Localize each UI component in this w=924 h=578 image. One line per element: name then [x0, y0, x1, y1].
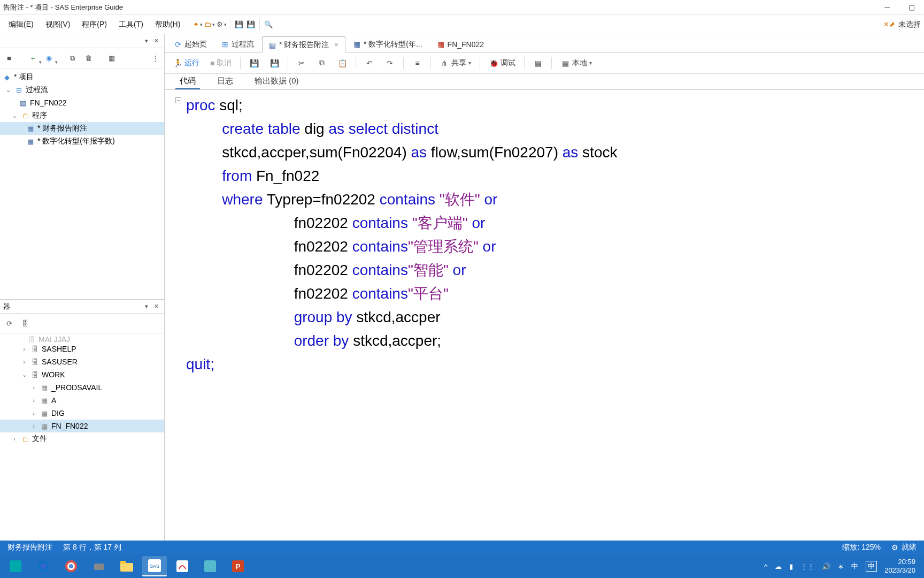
properties-icon[interactable]: ▦	[106, 52, 118, 64]
format-button[interactable]: ≡	[409, 56, 425, 70]
cut-button[interactable]: ✂	[294, 56, 310, 70]
save-icon[interactable]: 💾	[234, 19, 244, 30]
taskbar-acrobat[interactable]	[170, 556, 195, 576]
taskbar-powerpoint[interactable]: P	[226, 556, 250, 576]
expand-icon[interactable]: ›	[11, 436, 18, 442]
tab-fn-fn022[interactable]: ▦ FN_FN022	[430, 36, 491, 52]
tab-digital-transform[interactable]: ▦ * 数字化转型(年...	[346, 36, 429, 52]
add-icon[interactable]: ＋	[27, 52, 38, 64]
tree-fn-fn022[interactable]: ▦ FN_FN022	[0, 96, 164, 109]
copy-button[interactable]: ⧉	[314, 56, 330, 70]
expand-icon[interactable]: ›	[30, 397, 37, 404]
taskbar-edge[interactable]	[31, 556, 56, 576]
debug-button[interactable]: 🐞 调试	[486, 56, 519, 70]
tree-fn-fn022-table[interactable]: › ▦ FN_FN022	[0, 420, 164, 432]
run-button[interactable]: 🏃 运行	[170, 56, 203, 70]
taskbar-app-3[interactable]	[198, 556, 222, 576]
settings-icon[interactable]: ⚙	[216, 19, 227, 30]
fold-icon[interactable]: −	[175, 97, 181, 103]
save-button[interactable]: 💾	[246, 56, 262, 70]
tree-cut-item[interactable]: 🗄 MAI JJAJ	[0, 336, 164, 343]
flow-icon[interactable]: ◉	[43, 52, 55, 64]
share-button[interactable]: ⋔ 共享 ▾	[436, 56, 474, 70]
pane-close-icon[interactable]: ✕	[151, 37, 161, 44]
tree-project-root[interactable]: ◆ * 项目	[0, 71, 164, 83]
refresh-icon[interactable]: ⟳	[3, 318, 15, 330]
save-all-icon[interactable]: 💾	[245, 19, 256, 30]
run-icon: 🏃	[173, 59, 182, 67]
tree-sashelp[interactable]: › 🗄 SASHELP	[0, 343, 164, 355]
pane-close-icon[interactable]: ✕	[151, 303, 161, 310]
onedrive-icon[interactable]: ☁	[775, 562, 782, 571]
editor-toolbar: 🏃 运行 ■ 取消 💾 💾 ✂ ⧉ 📋 ↶ ↷ ≡ ⋔ 共享 ▾	[165, 52, 924, 74]
menu-help[interactable]: 帮助(H)	[150, 18, 186, 32]
tab-flow[interactable]: ⊞ 过程流	[215, 36, 261, 52]
flow-icon: ⊞	[222, 40, 228, 49]
expand-icon[interactable]: ›	[30, 423, 37, 429]
tab-start[interactable]: ⟳ 起始页	[168, 36, 214, 52]
subtab-log[interactable]: 日志	[213, 74, 237, 89]
menu-tools[interactable]: 工具(T)	[113, 18, 149, 32]
subtab-code[interactable]: 代码	[175, 74, 200, 89]
close-tab-icon[interactable]: ×	[334, 41, 338, 49]
cut-icon: ✂	[297, 58, 306, 68]
tree-process-flow[interactable]: ⌄ ⊞ 过程流	[0, 83, 164, 96]
maximize-button[interactable]: ▢	[907, 3, 917, 12]
tree-programs-folder[interactable]: ⌄ 🗀 程序	[0, 109, 164, 122]
taskbar-chrome[interactable]	[59, 556, 83, 576]
expand-icon[interactable]: ›	[30, 410, 37, 416]
expand-icon[interactable]: ›	[20, 346, 28, 352]
save-as-button[interactable]: 💾	[266, 56, 282, 70]
copy-icon[interactable]: ⧉	[66, 52, 78, 64]
tree-files[interactable]: › 🗀 文件	[0, 432, 164, 445]
collapse-icon[interactable]: ⌄	[4, 87, 12, 94]
status-filename: 财务报告附注	[7, 543, 52, 552]
taskbar-explorer[interactable]	[114, 556, 139, 576]
tree-a[interactable]: › ▦ A	[0, 394, 164, 407]
ime-icon-2[interactable]: 中	[866, 561, 877, 572]
list-button[interactable]: ▤	[530, 56, 546, 70]
tree-dig[interactable]: › ▦ DIG	[0, 407, 164, 420]
new-file-icon[interactable]: ✦	[192, 19, 203, 30]
expand-icon[interactable]: ›	[30, 384, 37, 391]
subtab-output[interactable]: 输出数据 (0)	[250, 74, 303, 89]
library-icon[interactable]: 🗄	[19, 318, 31, 330]
undo-button[interactable]: ↶	[361, 56, 378, 70]
tree-program-2[interactable]: ▦ * 数字化转型(年报字数)	[0, 135, 164, 148]
pane-menu-icon[interactable]: ▾	[142, 37, 151, 44]
taskbar-sas[interactable]: SAS	[142, 556, 167, 576]
expand-icon[interactable]: ›	[20, 359, 28, 365]
status-zoom[interactable]: 缩放: 125%	[842, 543, 881, 552]
volume-icon[interactable]: 🔊	[822, 562, 830, 571]
tray-expand-icon[interactable]: ^	[764, 562, 767, 571]
collapse-icon[interactable]: ⌄	[11, 112, 18, 119]
search-icon[interactable]: 🔍	[263, 19, 274, 30]
tree-sasuser[interactable]: › 🗄 SASUSER	[0, 355, 164, 368]
taskbar-clock[interactable]: 20:59 2023/3/20	[884, 558, 915, 574]
bluetooth-icon[interactable]: ∗	[838, 562, 844, 571]
stop-icon[interactable]: ■	[3, 52, 15, 64]
paste-button[interactable]: 📋	[334, 56, 350, 70]
open-folder-icon[interactable]: 🗀	[204, 19, 215, 30]
tree-prodsavail[interactable]: › ▦ _PRODSAVAIL	[0, 381, 164, 394]
tree-work[interactable]: ⌄ 🗄 WORK	[0, 368, 164, 381]
wifi-icon[interactable]: ⋮⋮	[800, 562, 814, 571]
redo-button[interactable]: ↷	[382, 56, 398, 70]
minimize-button[interactable]: ─	[882, 3, 892, 12]
tree-program-1[interactable]: ▦ * 财务报告附注	[0, 122, 164, 135]
code-editor[interactable]: −proc sql; create table dig as select di…	[165, 90, 924, 541]
ime-icon-1[interactable]: 中	[851, 561, 858, 571]
menu-edit[interactable]: 编辑(E)	[3, 18, 39, 32]
menu-view[interactable]: 视图(V)	[40, 18, 76, 32]
location-icon: ▤	[560, 58, 570, 68]
location-dropdown[interactable]: ▤ 本地 ▾	[557, 56, 595, 70]
pane-menu-icon[interactable]: ▾	[142, 303, 151, 310]
tab-financial-notes[interactable]: ▦ * 财务报告附注 ×	[262, 36, 345, 52]
delete-icon[interactable]: 🗑	[82, 52, 94, 64]
taskbar-app-2[interactable]	[87, 556, 111, 576]
more-icon[interactable]: ⋮	[149, 52, 161, 64]
collapse-icon[interactable]: ⌄	[20, 371, 28, 378]
taskbar-app-1[interactable]	[3, 556, 28, 576]
battery-icon[interactable]: ▮	[789, 562, 793, 571]
menu-program[interactable]: 程序(P)	[76, 18, 112, 32]
